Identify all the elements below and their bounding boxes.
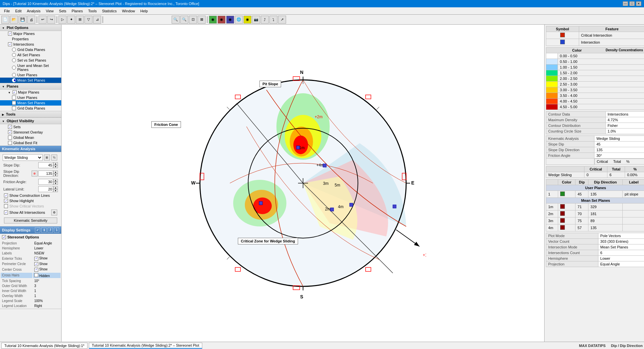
toolbar-camera[interactable]: 📷 — [252, 16, 260, 24]
slope-dip-dir-input[interactable] — [38, 171, 53, 176]
major-planes-item[interactable]: ✓ Major Planes — [0, 31, 61, 36]
major-planes-checkbox[interactable]: ✓ — [8, 32, 12, 36]
friction-angle-down[interactable]: ▼ — [53, 182, 58, 185]
toolbar-zoom100[interactable]: ⊠ — [198, 16, 206, 24]
toolbar-globe[interactable]: 🌐 — [235, 16, 243, 24]
set-vs-set-planes-item[interactable]: Set vs Set Planes — [0, 58, 61, 63]
toolbar-zoomfit[interactable]: ⊡ — [189, 16, 197, 24]
planes-user-checkbox[interactable] — [12, 96, 16, 100]
toolbar-import[interactable]: ⤵ — [269, 16, 277, 24]
toolbar-undo[interactable]: ↩ — [39, 16, 47, 24]
kinematic-table-btn[interactable]: ⊞ — [44, 155, 50, 161]
kinematic-type-dropdown[interactable]: Wedge Sliding — [3, 154, 43, 161]
slope-dip-up[interactable]: ▲ — [53, 162, 58, 165]
global-best-fit-item[interactable]: Global Best Fit — [0, 140, 61, 146]
slope-dip-spinner[interactable]: ▲ ▼ — [38, 162, 58, 168]
show-highlight-row[interactable]: ✓ Show Highlight — [1, 198, 60, 203]
toolbar-save[interactable]: 💾 — [19, 16, 27, 24]
display-import-btn[interactable]: ⤵ — [54, 227, 59, 233]
menu-planes[interactable]: Planes — [69, 8, 85, 14]
show-construction-lines-checkbox[interactable]: ✓ — [4, 193, 8, 197]
toolbar-select[interactable]: ▷ — [59, 16, 67, 24]
lateral-limit-spinner[interactable]: ▲ ▼ — [38, 186, 58, 192]
center-cross-checkbox[interactable]: ✓ — [34, 268, 38, 272]
display-info-btn[interactable]: ℹ — [41, 227, 47, 233]
global-mean-checkbox[interactable] — [8, 136, 12, 140]
grid-data-planes-item[interactable]: Grid Data Planes — [0, 47, 61, 52]
show-all-intersections-row[interactable]: ✓ Show All Intersections ⚙ — [1, 209, 60, 216]
planes-user-item[interactable]: User Planes — [0, 95, 61, 100]
mean-set-planes-item[interactable]: Mean Set Planes — [0, 78, 61, 83]
planes-major-item[interactable]: ✓ Major Planes — [0, 90, 61, 95]
planes-mean-set-checkbox[interactable]: ✓ — [12, 101, 16, 105]
friction-angle-up[interactable]: ▲ — [53, 179, 58, 182]
menu-window[interactable]: Window — [119, 8, 138, 14]
friction-angle-spinner[interactable]: ▲ ▼ — [38, 179, 58, 185]
user-and-mean-set-planes-radio[interactable] — [12, 66, 16, 70]
slope-dip-dir-spinner[interactable]: ▲ ▼ — [38, 171, 58, 176]
cross-hairs-checkbox[interactable] — [34, 273, 38, 277]
menu-view[interactable]: View — [43, 8, 57, 14]
slope-dip-down[interactable]: ▼ — [53, 165, 58, 168]
stereonet-options-checkbox[interactable]: ✓ — [2, 235, 6, 239]
slope-dip-input[interactable] — [38, 162, 53, 168]
sets-checkbox[interactable]: ✓ — [8, 125, 12, 129]
user-planes-item[interactable]: User Planes — [0, 72, 61, 78]
menu-tools[interactable]: Tools — [85, 8, 99, 14]
lateral-limit-up[interactable]: ▲ — [53, 186, 58, 189]
toolbar-arrow[interactable]: ➚ — [278, 16, 286, 24]
menu-edit[interactable]: Edit — [13, 8, 24, 14]
toolbar-color2[interactable]: ◉ — [218, 16, 226, 24]
grid-data-planes-radio[interactable] — [12, 48, 16, 52]
menu-file[interactable]: File — [1, 8, 13, 14]
display-settings-header[interactable]: Display Settings ✓ ℹ ⤴ ⤵ — [0, 226, 61, 234]
status-tab-1[interactable]: Tutorial 10 Kinematic Analysis (Wedge Sl… — [1, 343, 87, 349]
planes-mean-set-item[interactable]: ✓ Mean Set Planes — [0, 100, 61, 106]
sets-item[interactable]: ✓ Sets — [0, 124, 61, 130]
tools-header[interactable]: Tools — [0, 111, 61, 118]
toolbar-zoomout[interactable]: 🔍 — [180, 16, 188, 24]
display-export-btn[interactable]: ⤴ — [48, 227, 53, 233]
compass-icon[interactable]: ⊕ — [32, 171, 38, 176]
show-highlight-checkbox[interactable]: ✓ — [4, 199, 8, 203]
toolbar-zoomin[interactable]: 🔍 — [172, 16, 180, 24]
all-set-planes-item[interactable]: All Set Planes — [0, 52, 61, 58]
stereonet-plot-area[interactable]: N E S W +2m 1m +4m 3m 2m 4m 5m +1m — [62, 25, 544, 342]
properties-item[interactable]: Properties — [0, 36, 61, 42]
show-critical-vectors-row[interactable]: Show Critical Vectors — [1, 203, 60, 209]
planes-header[interactable]: Planes — [0, 83, 61, 90]
intersections-config-btn[interactable]: ⚙ — [51, 209, 57, 215]
intersections-checkbox[interactable]: ✓ — [8, 42, 12, 46]
planes-grid-data-item[interactable]: Grid Data Planes — [0, 106, 61, 111]
user-and-mean-set-planes-item[interactable]: User and Mean Set Planes — [0, 63, 61, 72]
toolbar-color3[interactable]: ◉ — [226, 16, 234, 24]
mean-set-planes-radio[interactable] — [12, 78, 16, 82]
kinematic-sensitivity-btn[interactable]: Kinematic Sensitivity — [4, 217, 57, 223]
stereonet-overlay-checkbox[interactable]: ✓ — [8, 130, 12, 134]
toolbar-filter[interactable]: ▽ — [84, 16, 92, 24]
show-critical-vectors-checkbox[interactable] — [4, 204, 8, 208]
toolbar-pick[interactable]: ✦ — [67, 16, 75, 24]
toolbar-export[interactable]: ⤴ — [261, 16, 269, 24]
lateral-limit-down[interactable]: ▼ — [53, 189, 58, 192]
global-best-fit-checkbox[interactable] — [8, 141, 12, 145]
close-button[interactable]: ✕ — [636, 1, 641, 6]
global-mean-item[interactable]: Global Mean — [0, 135, 61, 140]
all-set-planes-radio[interactable] — [12, 53, 16, 57]
maximize-button[interactable]: □ — [629, 1, 635, 6]
toolbar-color4[interactable]: ◉ — [243, 16, 251, 24]
lateral-limit-input[interactable] — [38, 186, 53, 192]
set-vs-set-planes-radio[interactable] — [12, 58, 16, 62]
exterior-ticks-checkbox[interactable]: ✓ — [34, 257, 38, 261]
toolbar-add[interactable]: ⊞ — [76, 16, 84, 24]
show-all-intersections-checkbox[interactable]: ✓ — [4, 210, 8, 214]
intersections-item[interactable]: ✓ Intersections — [0, 42, 61, 47]
minimize-button[interactable]: — — [623, 1, 628, 6]
menu-analysis[interactable]: Analysis — [24, 8, 43, 14]
stereonet-overlay-item[interactable]: ✓ Stereonet Overlay — [0, 130, 61, 135]
slope-dip-dir-down[interactable]: ▼ — [53, 174, 58, 176]
menu-help[interactable]: Help — [138, 8, 151, 14]
kinematic-frac-btn[interactable]: ½ — [51, 155, 57, 161]
planes-grid-data-checkbox[interactable] — [12, 106, 16, 110]
object-visibility-header[interactable]: Object Visibility — [0, 118, 61, 124]
